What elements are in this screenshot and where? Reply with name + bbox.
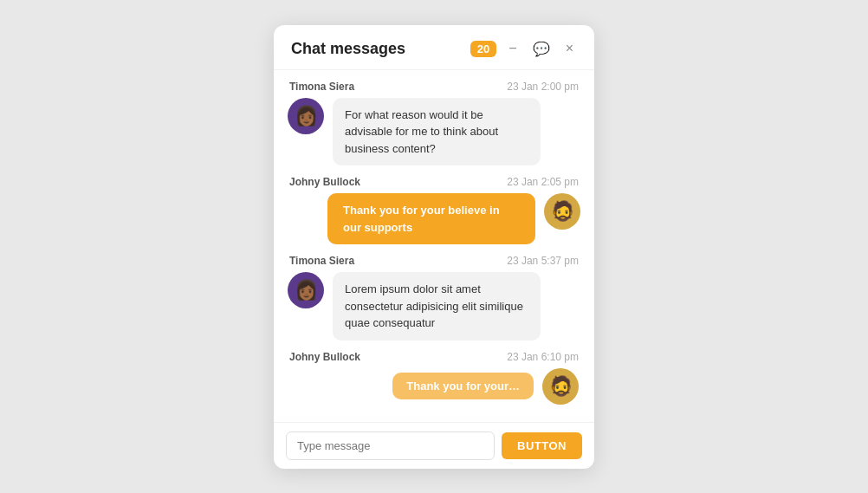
message-body: 👩🏾 For what reason would it be advisable…	[288, 98, 580, 166]
message-body: 👩🏾 Lorem ipsum dolor sit amet consectetu…	[288, 272, 580, 341]
sender-name: Timona Siera	[289, 81, 354, 93]
message-time: 23 Jan 2:00 pm	[507, 81, 579, 93]
sender-name: Timona Siera	[289, 255, 354, 267]
message-bubble-orange: Thank you for your believe in our suppor…	[327, 193, 535, 244]
avatar: 👩🏾	[288, 98, 324, 134]
chat-header: Chat messages 20 − 💬 ×	[274, 25, 594, 70]
message-row: 23 Jan 2:05 pm Johny Bullock 🧔 Thank you…	[288, 176, 580, 244]
message-body: 🧔 Thank you for your believe in our supp…	[288, 193, 580, 244]
message-meta: 23 Jan 2:05 pm Johny Bullock	[288, 176, 580, 188]
message-time: 23 Jan 2:05 pm	[507, 176, 579, 188]
message-meta: Timona Siera 23 Jan 5:37 pm	[288, 255, 580, 267]
message-row: 23 Jan 6:10 pm Johny Bullock 🧔 Thank you…	[288, 351, 580, 405]
message-row: Timona Siera 23 Jan 5:37 pm 👩🏾 Lorem ips…	[288, 255, 580, 341]
message-input[interactable]	[286, 431, 495, 460]
chat-title: Chat messages	[291, 40, 462, 58]
message-meta: 23 Jan 6:10 pm Johny Bullock	[288, 351, 580, 363]
message-time: 23 Jan 5:37 pm	[507, 255, 579, 267]
chat-input-area: BUTTON	[274, 422, 594, 469]
avatar: 🧔	[542, 368, 579, 405]
chat-icon[interactable]: 💬	[529, 39, 554, 59]
message-bubble: For what reason would it be advisable fo…	[333, 98, 541, 166]
message-row: Timona Siera 23 Jan 2:00 pm 👩🏾 For what …	[288, 81, 580, 166]
peek-bubble: Thank you for your…	[392, 373, 534, 399]
chat-window: Chat messages 20 − 💬 × Timona Siera 23 J…	[274, 25, 594, 469]
close-button[interactable]: ×	[562, 39, 577, 58]
sender-name: Johny Bullock	[289, 351, 360, 363]
message-time: 23 Jan 6:10 pm	[507, 351, 579, 363]
message-meta: Timona Siera 23 Jan 2:00 pm	[288, 81, 580, 93]
peek-row: 🧔 Thank you for your…	[288, 368, 580, 405]
message-badge: 20	[470, 41, 496, 57]
avatar: 🧔	[544, 193, 580, 230]
send-button[interactable]: BUTTON	[502, 432, 582, 459]
messages-list: Timona Siera 23 Jan 2:00 pm 👩🏾 For what …	[274, 70, 594, 422]
sender-name: Johny Bullock	[289, 176, 360, 188]
avatar: 👩🏾	[288, 272, 324, 308]
minimize-button[interactable]: −	[505, 39, 520, 58]
message-bubble: Lorem ipsum dolor sit amet consectetur a…	[333, 272, 541, 341]
